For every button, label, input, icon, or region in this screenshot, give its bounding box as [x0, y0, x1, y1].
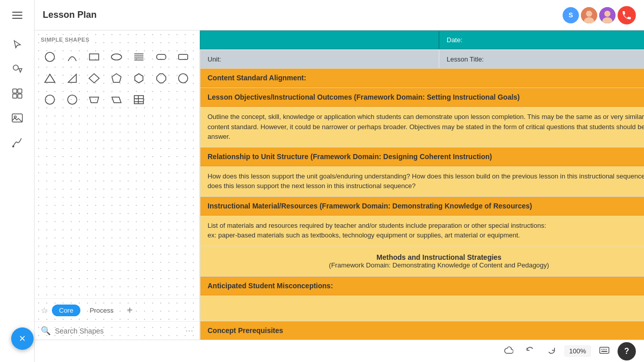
image-tool[interactable]	[6, 107, 28, 129]
shape-parallelogram[interactable]	[107, 90, 126, 109]
search-input[interactable]	[55, 327, 181, 335]
section-body: List of materials and resources required…	[200, 216, 644, 246]
unit-cell[interactable]: Unit:	[200, 50, 439, 69]
shape-circle4[interactable]	[63, 90, 81, 109]
draw-tool[interactable]	[6, 131, 28, 154]
redo-button[interactable]	[543, 344, 560, 359]
section-title: Lesson Objectives/Instructional Outcomes…	[200, 88, 644, 107]
shape-right-triangle[interactable]	[63, 69, 81, 87]
svg-rect-38	[134, 96, 143, 104]
header-left	[200, 31, 439, 49]
shape-octagon[interactable]	[152, 69, 170, 87]
star-icon: ☆	[41, 306, 48, 315]
content-panel: SIMPLE SHAPES	[35, 31, 644, 340]
shape-hexagon[interactable]	[130, 69, 148, 87]
main-area: Lesson Plan S SIMPLE SHAPES	[35, 0, 644, 362]
svg-point-34	[45, 95, 54, 104]
shape-triangle[interactable]	[41, 69, 59, 87]
date-cell[interactable]: Date:	[439, 31, 644, 49]
svg-rect-8	[18, 94, 22, 98]
svg-point-35	[68, 95, 77, 104]
svg-point-33	[179, 74, 188, 83]
svg-point-13	[586, 11, 592, 17]
svg-marker-36	[90, 97, 99, 103]
shape-arc[interactable]	[63, 48, 81, 66]
shape-diamond[interactable]	[85, 69, 103, 87]
svg-rect-0	[12, 12, 22, 13]
svg-marker-28	[68, 74, 76, 82]
section-title: Instructional Material/Resources (Framew…	[200, 197, 644, 216]
shape-ellipse[interactable]	[107, 48, 126, 66]
shape-circle2[interactable]	[174, 69, 192, 87]
svg-rect-2	[12, 18, 22, 19]
svg-point-16	[604, 11, 610, 17]
simple-shapes-label: SIMPLE SHAPES	[41, 37, 193, 43]
shape-tabs: ☆ Core Process +	[35, 298, 199, 321]
menu-button[interactable]	[7, 5, 27, 25]
shape-rounded-rect2[interactable]	[174, 48, 192, 66]
shape-pentagon[interactable]	[107, 69, 126, 87]
core-tab[interactable]: Core	[52, 305, 80, 316]
svg-rect-1	[12, 15, 22, 16]
grid-tool[interactable]	[6, 82, 28, 105]
section-body: How does this lesson support the unit go…	[200, 166, 644, 196]
svg-rect-25	[157, 54, 166, 59]
section-title: Concept Prerequisites	[200, 321, 644, 340]
avatar-group: S	[563, 6, 636, 24]
svg-rect-19	[90, 54, 99, 60]
top-bar: Lesson Plan S	[35, 0, 644, 31]
svg-marker-37	[112, 97, 121, 103]
shape-trapezoid[interactable]	[85, 90, 103, 109]
avatar-s: S	[563, 7, 579, 23]
svg-point-18	[45, 52, 54, 62]
svg-point-11	[12, 145, 14, 147]
section-methods: Methods and Instructional Strategies (Fr…	[200, 246, 644, 277]
cursor-tool[interactable]	[6, 34, 28, 56]
call-button[interactable]	[618, 6, 636, 24]
shapes-tool[interactable]	[6, 58, 28, 80]
svg-marker-27	[45, 74, 55, 82]
avatar-1	[581, 7, 597, 23]
section-content-standard: Content Standard Alignment:	[200, 69, 644, 88]
section-objectives: Lesson Objectives/Instructional Outcomes…	[200, 88, 644, 147]
svg-marker-31	[135, 74, 143, 83]
zoom-level: 100%	[564, 345, 591, 357]
svg-marker-32	[157, 74, 166, 83]
app-title: Lesson Plan	[43, 10, 97, 20]
svg-point-20	[111, 54, 122, 60]
methods-title: Methods and Instructional Strategies	[208, 253, 644, 261]
close-float-button[interactable]: ×	[11, 327, 34, 350]
svg-rect-6	[18, 89, 22, 93]
shape-panel: SIMPLE SHAPES	[35, 31, 200, 340]
section-body: Outline the concept, skill, knowledge or…	[200, 107, 644, 147]
section-unit: Relationship to Unit Structure (Framewor…	[200, 147, 644, 197]
section-center: Methods and Instructional Strategies (Fr…	[200, 246, 644, 276]
shapes-grid-container: SIMPLE SHAPES	[35, 31, 199, 298]
shape-rounded-rect[interactable]	[152, 48, 170, 66]
svg-marker-29	[89, 74, 99, 83]
section-title: Anticipated Student Misconceptions:	[200, 277, 644, 295]
svg-point-3	[13, 65, 18, 70]
keyboard-button[interactable]	[595, 343, 613, 359]
section-misconceptions: Anticipated Student Misconceptions:	[200, 277, 644, 321]
help-button[interactable]: ?	[618, 342, 636, 360]
svg-rect-7	[13, 94, 17, 98]
methods-subtitle: (Framework Domain: Demonstrating Knowled…	[208, 261, 644, 269]
section-title: Relationship to Unit Structure (Framewor…	[200, 147, 644, 166]
cloud-save-button[interactable]	[499, 343, 517, 359]
section-prerequisites: Concept Prerequisites List all key conce…	[200, 321, 644, 340]
svg-rect-26	[179, 54, 188, 59]
more-icon[interactable]: ⋯	[185, 326, 193, 336]
shape-circle3[interactable]	[41, 90, 59, 109]
lesson-title-cell[interactable]: Lesson Title:	[439, 50, 644, 69]
svg-marker-4	[19, 69, 22, 72]
shape-table[interactable]	[130, 90, 148, 109]
svg-rect-42	[600, 347, 609, 353]
shapes-grid	[41, 48, 193, 109]
undo-button[interactable]	[521, 344, 539, 359]
shape-circle[interactable]	[41, 48, 59, 66]
shape-lines[interactable]	[130, 48, 148, 66]
add-tab-button[interactable]: +	[123, 303, 137, 317]
shape-rectangle[interactable]	[85, 48, 103, 66]
process-tab[interactable]: Process	[82, 305, 121, 316]
